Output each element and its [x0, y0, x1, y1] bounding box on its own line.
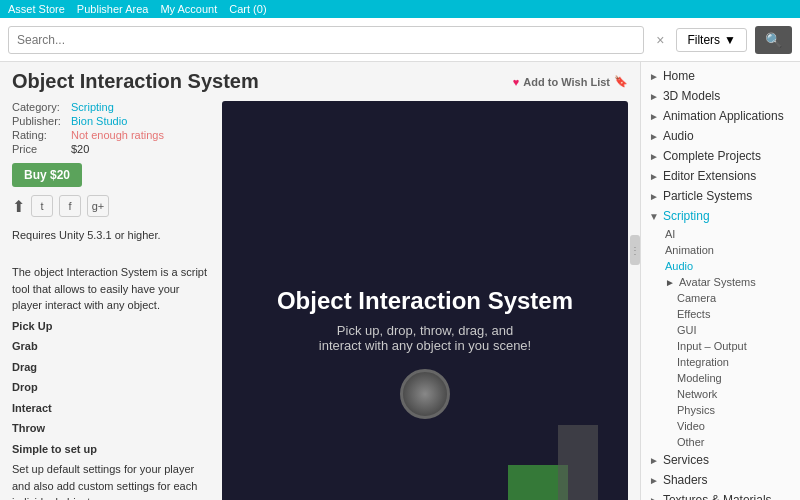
sidebar-subitem-modeling[interactable]: Modeling — [641, 370, 800, 386]
sidebar-subitem-avatar[interactable]: ► Avatar Systems — [641, 274, 800, 290]
arrow-icon: ► — [649, 71, 659, 82]
chevron-down-icon: ▼ — [724, 33, 736, 47]
feature-interact: Interact — [12, 400, 212, 417]
sidebar-subitem-physics[interactable]: Physics — [641, 402, 800, 418]
arrow-icon: ► — [649, 475, 659, 486]
hero-icon — [400, 369, 450, 419]
sidebar-subitem-input[interactable]: Input – Output — [641, 338, 800, 354]
publisher-value[interactable]: Bion Studio — [71, 115, 127, 127]
sidebar-label-complete: Complete Projects — [663, 149, 761, 163]
topbar-link-asset-store[interactable]: Asset Store — [8, 3, 65, 15]
feature-pickup: Pick Up — [12, 318, 212, 335]
wishlist-label: Add to Wish List — [523, 76, 610, 88]
facebook-icon[interactable]: f — [59, 195, 81, 217]
bookmark-icon: 🔖 — [614, 75, 628, 88]
left-content: Object Interaction System ♥ Add to Wish … — [0, 62, 640, 500]
meta-category: Category: Scripting — [12, 101, 212, 113]
page-title: Object Interaction System — [12, 70, 259, 93]
share-icon[interactable]: ⬆ — [12, 197, 25, 216]
sidebar-subitem-camera[interactable]: Camera — [641, 290, 800, 306]
arrow-icon: ► — [649, 495, 659, 501]
topbar-link-cart[interactable]: Cart (0) — [229, 3, 266, 15]
sidebar-subitem-effects[interactable]: Effects — [641, 306, 800, 322]
publisher-label: Publisher: — [12, 115, 67, 127]
sidebar-subitem-network[interactable]: Network — [641, 386, 800, 402]
search-icon: 🔍 — [765, 32, 782, 48]
meta-rating: Rating: Not enough ratings — [12, 129, 212, 141]
product-section: Category: Scripting Publisher: Bion Stud… — [12, 101, 628, 500]
arrow-icon: ► — [649, 111, 659, 122]
sidebar-label-audio: Audio — [663, 129, 694, 143]
hero-subtitle: Pick up, drop, throw, drag, andinteract … — [277, 323, 573, 353]
wishlist-button[interactable]: ♥ Add to Wish List 🔖 — [513, 75, 628, 88]
sidebar-subitem-audio[interactable]: Audio — [641, 258, 800, 274]
hero-image: Object Interaction System Pick up, drop,… — [222, 101, 628, 500]
top-bar: Asset Store Publisher Area My Account Ca… — [0, 0, 800, 18]
buy-button[interactable]: Buy $20 — [12, 163, 82, 187]
sidebar-label-animation: Animation Applications — [663, 109, 784, 123]
avatar-label: Avatar Systems — [679, 276, 756, 288]
sidebar-item-complete[interactable]: ► Complete Projects — [641, 146, 800, 166]
page-title-row: Object Interaction System ♥ Add to Wish … — [12, 70, 628, 93]
twitter-icon[interactable]: t — [31, 195, 53, 217]
googleplus-icon[interactable]: g+ — [87, 195, 109, 217]
feature-throw: Throw — [12, 420, 212, 437]
hero-title: Object Interaction System — [277, 287, 573, 315]
meta-publisher: Publisher: Bion Studio — [12, 115, 212, 127]
sidebar-subitem-ai[interactable]: AI — [641, 226, 800, 242]
search-input[interactable] — [8, 26, 644, 54]
sidebar-item-particle[interactable]: ► Particle Systems — [641, 186, 800, 206]
hero-text: Object Interaction System Pick up, drop,… — [257, 267, 593, 439]
meta-price: Price $20 — [12, 143, 212, 155]
sidebar-label-shaders: Shaders — [663, 473, 708, 487]
sidebar-item-scripting[interactable]: ▼ Scripting — [641, 206, 800, 226]
sidebar-item-services[interactable]: ► Services — [641, 450, 800, 470]
search-clear-button[interactable]: × — [652, 32, 668, 48]
main-layout: Object Interaction System ♥ Add to Wish … — [0, 62, 800, 500]
requires-text: Requires Unity 5.3.1 or higher. — [12, 227, 212, 244]
top-bar-links: Asset Store Publisher Area My Account Ca… — [8, 3, 267, 15]
arrow-icon: ► — [649, 91, 659, 102]
filters-label: Filters — [687, 33, 720, 47]
price-value: $20 — [71, 143, 89, 155]
sidebar-subitem-integration[interactable]: Integration — [641, 354, 800, 370]
intro-text: The object Interaction System is a scrip… — [12, 264, 212, 314]
arrow-icon: ► — [649, 191, 659, 202]
arrow-icon: ► — [649, 171, 659, 182]
sidebar-subitem-animation[interactable]: Animation — [641, 242, 800, 258]
sidebar-label-textures: Textures & Materials — [663, 493, 772, 500]
sidebar-label-services: Services — [663, 453, 709, 467]
sidebar-label-particle: Particle Systems — [663, 189, 752, 203]
arrow-icon: ► — [649, 151, 659, 162]
feature-drag: Drag — [12, 359, 212, 376]
sidebar-item-animation[interactable]: ► Animation Applications — [641, 106, 800, 126]
sidebar-item-textures[interactable]: ► Textures & Materials — [641, 490, 800, 500]
search-button[interactable]: 🔍 — [755, 26, 792, 54]
topbar-link-account[interactable]: My Account — [160, 3, 217, 15]
resize-handle[interactable]: ⋮ — [630, 235, 640, 265]
sidebar-item-audio[interactable]: ► Audio — [641, 126, 800, 146]
topbar-link-publisher[interactable]: Publisher Area — [77, 3, 149, 15]
decorative-pillar — [558, 425, 598, 500]
search-bar: × Filters ▼ 🔍 — [0, 18, 800, 62]
product-meta: Category: Scripting Publisher: Bion Stud… — [12, 101, 212, 500]
description: Requires Unity 5.3.1 or higher. The obje… — [12, 227, 212, 500]
price-label: Price — [12, 143, 67, 155]
arrow-icon: ► — [665, 277, 675, 288]
sidebar-item-home[interactable]: ► Home — [641, 66, 800, 86]
sidebar-item-3dmodels[interactable]: ► 3D Models — [641, 86, 800, 106]
setup-text: Set up default settings for your player … — [12, 461, 212, 500]
arrow-icon: ► — [649, 455, 659, 466]
sidebar-item-shaders[interactable]: ► Shaders — [641, 470, 800, 490]
sidebar-subitem-other[interactable]: Other — [641, 434, 800, 450]
sidebar-subitem-video[interactable]: Video — [641, 418, 800, 434]
heart-icon: ♥ — [513, 76, 520, 88]
sidebar: ► Home ► 3D Models ► Animation Applicati… — [640, 62, 800, 500]
rating-value: Not enough ratings — [71, 129, 164, 141]
sidebar-subitem-gui[interactable]: GUI — [641, 322, 800, 338]
sidebar-item-editor[interactable]: ► Editor Extensions — [641, 166, 800, 186]
filters-button[interactable]: Filters ▼ — [676, 28, 747, 52]
arrow-down-icon: ▼ — [649, 211, 659, 222]
category-value[interactable]: Scripting — [71, 101, 114, 113]
category-label: Category: — [12, 101, 67, 113]
